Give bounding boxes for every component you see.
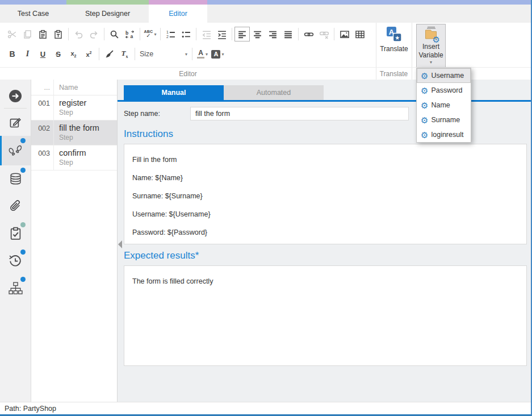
- tab-step-designer[interactable]: Step Designer: [66, 5, 149, 23]
- chevron-down-icon: ▾: [206, 52, 208, 57]
- toolbar-separator: [104, 28, 104, 40]
- step-list-header: ... Name: [31, 80, 117, 95]
- paste-icon: [38, 30, 48, 39]
- spellcheck-button[interactable]: ABC✓▾: [143, 27, 158, 41]
- svg-text:a: a: [131, 34, 133, 39]
- bold-icon: B: [9, 49, 15, 59]
- align-center-button[interactable]: [250, 27, 265, 41]
- remove-format-button[interactable]: Tx: [117, 47, 132, 61]
- increase-indent-button[interactable]: [214, 27, 229, 41]
- history-badge: [20, 249, 26, 255]
- tab-automated[interactable]: Automated: [224, 85, 324, 100]
- align-left-icon: [237, 30, 247, 39]
- align-right-button[interactable]: [265, 27, 280, 41]
- remove-link-button[interactable]: [316, 27, 332, 41]
- search-icon: [110, 30, 119, 39]
- tab-test-case[interactable]: Test Case: [0, 5, 66, 23]
- cut-button[interactable]: [5, 27, 20, 41]
- subscript-button[interactable]: x2: [66, 47, 81, 61]
- nav-checklist-button[interactable]: [0, 220, 31, 247]
- insert-link-button[interactable]: [301, 27, 316, 41]
- menu-item-name[interactable]: ⚙Name: [417, 98, 471, 113]
- insert-variable-menu: ⚙Username ⚙Password ⚙Name ⚙Surname ⚙logi…: [416, 68, 471, 143]
- step-row-001[interactable]: 001 registerStep: [31, 95, 117, 120]
- align-left-button[interactable]: [234, 27, 250, 41]
- replace-button[interactable]: ba: [122, 27, 137, 41]
- tab-manual[interactable]: Manual: [124, 85, 224, 100]
- copy-button[interactable]: [20, 27, 35, 41]
- copy-icon: [23, 30, 32, 39]
- ribbon-row-2: B I U S x2 x2 Tx Size▾ A▾ A▾: [5, 44, 376, 64]
- nav-data-button[interactable]: [0, 165, 31, 193]
- chevron-down-icon: ▾: [185, 52, 187, 57]
- toolbar-separator: [68, 28, 69, 40]
- left-nav-rail: [0, 80, 31, 402]
- menu-item-surname[interactable]: ⚙Surname: [417, 113, 471, 127]
- nav-edit-button[interactable]: [0, 109, 31, 136]
- superscript-icon: x2: [86, 51, 91, 58]
- paste-as-text-button[interactable]: [51, 27, 66, 41]
- text-color-button[interactable]: A▾: [195, 47, 210, 61]
- undo-button[interactable]: [71, 27, 86, 41]
- bulleted-list-button[interactable]: [178, 27, 194, 41]
- instruction-line: Fill in the form: [132, 156, 518, 164]
- menu-item-loginresult[interactable]: ⚙loginresult: [417, 127, 471, 142]
- nav-expand-button[interactable]: [0, 84, 31, 108]
- toolbar-separator: [160, 28, 161, 40]
- font-size-select[interactable]: Size▾: [137, 47, 190, 61]
- translate-button[interactable]: A★ Translate: [380, 26, 408, 53]
- underline-button[interactable]: U: [35, 47, 51, 61]
- nav-hierarchy-button[interactable]: [0, 274, 31, 302]
- strikethrough-button[interactable]: S: [51, 47, 66, 61]
- justify-button[interactable]: [280, 27, 296, 41]
- splitter-collapse-handle[interactable]: [118, 240, 122, 248]
- tab-editor[interactable]: Editor: [149, 5, 207, 23]
- copy-formatting-button[interactable]: [102, 47, 117, 61]
- numbered-list-button[interactable]: 12: [163, 27, 178, 41]
- spellcheck-icon: ABC✓: [144, 30, 153, 39]
- bold-button[interactable]: B: [5, 47, 20, 61]
- gear-icon: ⚙: [421, 101, 428, 110]
- app-window: Test Case Step Designer Editor ba ABC✓▾ …: [0, 0, 532, 416]
- nav-steps-button[interactable]: [0, 136, 31, 165]
- strikethrough-icon: S: [56, 50, 61, 59]
- step-type: Step: [59, 109, 86, 117]
- toolbar-separator: [192, 48, 192, 60]
- nav-attachments-button[interactable]: [0, 193, 31, 220]
- superscript-button[interactable]: x2: [81, 47, 97, 61]
- italic-button[interactable]: I: [20, 47, 35, 61]
- insert-image-button[interactable]: [337, 27, 352, 41]
- expected-results-editor[interactable]: The form is filled correctly: [124, 265, 527, 366]
- expected-results-heading: Expected results*: [124, 250, 527, 261]
- menu-item-label: Name: [431, 101, 450, 109]
- outdent-icon: [202, 30, 211, 39]
- instruction-line: Name: ${Name}: [132, 174, 518, 182]
- menu-item-label: loginresult: [431, 131, 463, 139]
- menu-item-username[interactable]: ⚙Username: [417, 68, 471, 83]
- translate-group: A★ Translate: [376, 23, 412, 67]
- paste-button[interactable]: [35, 27, 51, 41]
- strip-editor: [149, 0, 207, 5]
- step-name-input[interactable]: [190, 107, 409, 120]
- instructions-editor[interactable]: Fill in the form Name: ${Name} Surname: …: [124, 144, 527, 244]
- nav-history-button[interactable]: [0, 247, 31, 274]
- step-row-002[interactable]: 002 fill the formStep: [31, 120, 117, 145]
- step-name-label: Step name:: [124, 110, 190, 118]
- instruction-line: Surname: ${Surname}: [132, 192, 518, 201]
- find-button[interactable]: [107, 27, 122, 41]
- insert-table-button[interactable]: [352, 27, 367, 41]
- background-color-button[interactable]: A▾: [210, 47, 225, 61]
- menu-item-password[interactable]: ⚙Password: [417, 83, 471, 98]
- step-row-003[interactable]: 003 confirmStep: [31, 145, 117, 170]
- tab-color-strip: [0, 0, 531, 5]
- paperclip-icon: [9, 199, 22, 213]
- italic-icon: I: [26, 49, 29, 59]
- redo-button[interactable]: [86, 27, 102, 41]
- insert-variable-button[interactable]: ⚙ Insert Variable ▾: [416, 24, 446, 68]
- ribbon-row-1: ba ABC✓▾ 12: [5, 24, 376, 44]
- cut-icon: [7, 30, 17, 39]
- decrease-indent-button[interactable]: [199, 27, 214, 41]
- step-name: confirm: [59, 148, 86, 157]
- chevron-down-icon: ▾: [221, 52, 224, 57]
- indent-icon: [217, 30, 227, 39]
